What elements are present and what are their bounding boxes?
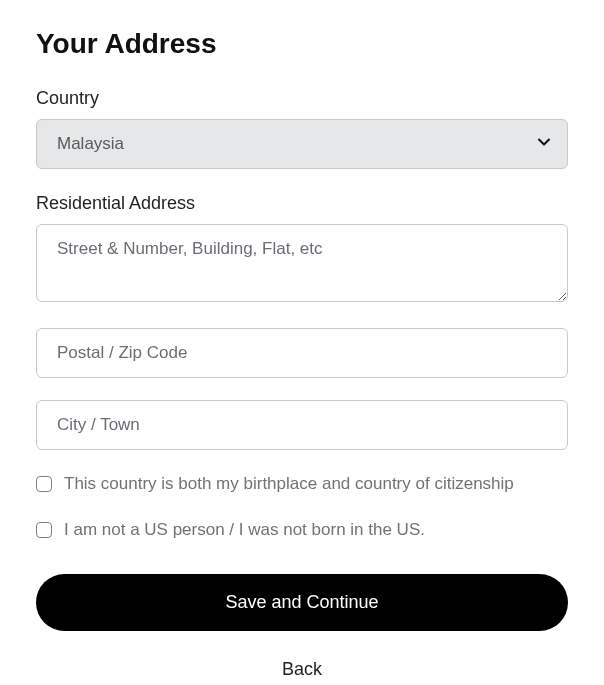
birthplace-checkbox-label: This country is both my birthplace and c… — [64, 472, 514, 496]
residential-label: Residential Address — [36, 193, 568, 214]
birthplace-checkbox-row: This country is both my birthplace and c… — [36, 472, 568, 496]
not-us-checkbox-row: I am not a US person / I was not born in… — [36, 518, 568, 542]
street-input[interactable] — [36, 224, 568, 302]
not-us-checkbox[interactable] — [36, 522, 52, 538]
postal-input[interactable] — [36, 328, 568, 378]
country-select[interactable]: Malaysia — [36, 119, 568, 169]
country-select-wrapper: Malaysia — [36, 119, 568, 169]
country-label: Country — [36, 88, 568, 109]
back-button[interactable]: Back — [36, 659, 568, 680]
page-title: Your Address — [36, 28, 568, 60]
save-continue-button[interactable]: Save and Continue — [36, 574, 568, 631]
not-us-checkbox-label: I am not a US person / I was not born in… — [64, 518, 425, 542]
city-input[interactable] — [36, 400, 568, 450]
birthplace-checkbox[interactable] — [36, 476, 52, 492]
